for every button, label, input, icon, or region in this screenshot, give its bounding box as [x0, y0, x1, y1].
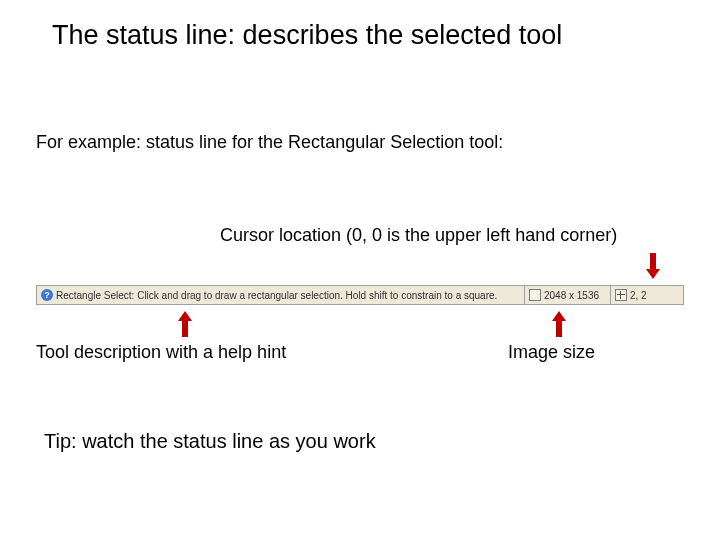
- arrow-to-tool-description-icon: [178, 311, 192, 337]
- status-bar-image-size-cell: 2048 x 1536: [525, 286, 611, 304]
- status-bar: ? Rectangle Select: Click and drag to dr…: [36, 285, 684, 305]
- cursor-position-icon: [615, 289, 627, 301]
- status-bar-description-cell: ? Rectangle Select: Click and drag to dr…: [37, 286, 525, 304]
- cursor-location-label: Cursor location (0, 0 is the upper left …: [220, 225, 617, 246]
- tip-text: Tip: watch the status line as you work: [44, 430, 376, 453]
- arrow-to-image-size-icon: [552, 311, 566, 337]
- status-bar-image-size-text: 2048 x 1536: [544, 290, 599, 301]
- image-dimensions-icon: [529, 289, 541, 301]
- arrow-to-cursor-location-icon: [646, 253, 660, 279]
- slide: The status line: describes the selected …: [0, 0, 720, 540]
- help-icon: ?: [41, 289, 53, 301]
- status-bar-description-text: Rectangle Select: Click and drag to draw…: [56, 290, 497, 301]
- example-intro-text: For example: status line for the Rectang…: [36, 132, 503, 153]
- image-size-label: Image size: [508, 342, 595, 363]
- status-bar-cursor-position-cell: 2, 2: [611, 286, 683, 304]
- tool-description-label: Tool description with a help hint: [36, 342, 286, 363]
- slide-title: The status line: describes the selected …: [52, 20, 700, 51]
- status-bar-cursor-position-text: 2, 2: [630, 290, 647, 301]
